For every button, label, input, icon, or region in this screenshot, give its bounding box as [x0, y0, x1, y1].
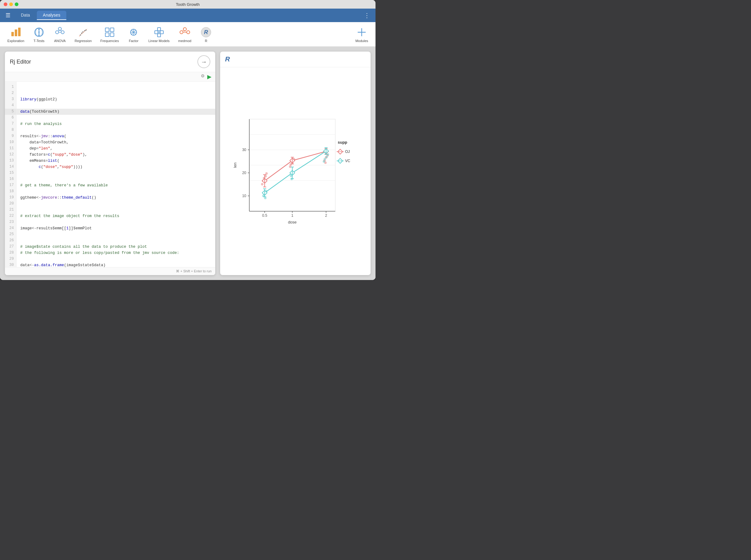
- toolbar-exploration[interactable]: Exploration: [3, 24, 28, 44]
- fullscreen-button[interactable]: [15, 2, 18, 6]
- r-label: R: [205, 39, 207, 43]
- ln-19: 19: [5, 195, 16, 201]
- svg-text:20: 20: [242, 171, 246, 175]
- ln-15: 15: [5, 170, 16, 176]
- code-line-15: [17, 170, 215, 176]
- ln-20: 20: [5, 201, 16, 207]
- ln-14: 14: [5, 164, 16, 170]
- ln-9: 9: [5, 133, 16, 139]
- code-line-1: [17, 84, 215, 90]
- ln-29: 29: [5, 256, 16, 262]
- plot-panel: R: [220, 52, 371, 275]
- code-line-6: [17, 115, 215, 121]
- modules-icon: [356, 26, 368, 38]
- svg-rect-2: [18, 28, 21, 36]
- ln-27: 27: [5, 244, 16, 250]
- close-button[interactable]: [4, 2, 7, 6]
- ln-17: 17: [5, 182, 16, 188]
- code-line-14: c("dose", "supp")))): [17, 164, 215, 170]
- ln-26: 26: [5, 238, 16, 244]
- code-line-16: [17, 176, 215, 182]
- toolbar-modules[interactable]: Modules: [351, 24, 372, 44]
- factor-icon: [127, 26, 140, 38]
- ln-30: 30: [5, 262, 16, 267]
- svg-rect-21: [105, 33, 109, 37]
- navbar: ☰ Data Analyses ⋮: [0, 8, 376, 22]
- toolbar-frequencies[interactable]: Frequencies: [96, 24, 123, 44]
- run-button[interactable]: →: [198, 55, 210, 68]
- toolbar-medmod[interactable]: medmod: [174, 24, 196, 44]
- code-line-23: [17, 219, 215, 225]
- linear-models-label: Linear Models: [148, 39, 169, 43]
- code-line-19: ggtheme <- jmvcore::theme_default(): [17, 195, 215, 201]
- svg-rect-30: [158, 28, 161, 31]
- ln-5: 5: [5, 109, 16, 115]
- svg-point-8: [61, 31, 64, 34]
- code-line-5: data(ToothGrowth): [17, 109, 215, 115]
- legend-oj: OJ: [345, 149, 350, 154]
- code-area[interactable]: 1 2 3 4 5 6 7 8 9 10 11 12 13 14: [5, 82, 215, 267]
- code-line-24: image <- results$emm[[1]]$emmPlot: [17, 225, 215, 232]
- svg-point-36: [183, 28, 186, 31]
- svg-point-9: [58, 27, 61, 31]
- settings-icon[interactable]: ⚙: [201, 73, 205, 80]
- editor-header: Rj Editor →: [5, 52, 215, 72]
- ln-12: 12: [5, 152, 16, 158]
- svg-point-16: [82, 31, 83, 33]
- ttests-label: T-Tests: [34, 39, 44, 43]
- toolbar-ttests[interactable]: T-Tests: [28, 24, 49, 44]
- r-icon: R: [200, 26, 212, 38]
- code-line-27: # image$state contains all the data to p…: [17, 244, 215, 250]
- toolbar-linear-models[interactable]: Linear Models: [144, 24, 174, 44]
- toolbar-r[interactable]: R R: [196, 24, 217, 44]
- code-line-13: emMeans = list(: [17, 158, 215, 164]
- modules-label: Modules: [355, 39, 368, 43]
- toolbar: Exploration T-Tests: [0, 22, 376, 47]
- code-line-2: [17, 90, 215, 96]
- factor-label: Factor: [129, 39, 139, 43]
- run-icon[interactable]: ▶: [207, 73, 211, 80]
- minimize-button[interactable]: [9, 2, 13, 6]
- more-options[interactable]: ⋮: [361, 10, 373, 21]
- svg-point-18: [85, 29, 86, 31]
- svg-point-65: [265, 172, 268, 175]
- hamburger-menu[interactable]: ☰: [2, 10, 14, 21]
- exploration-label: Exploration: [7, 39, 24, 43]
- nav-tabs: Data Analyses: [15, 11, 66, 20]
- main-content: Rj Editor → ⚙ ▶ 1 2 3 4 5 6 7: [0, 47, 376, 280]
- tab-analyses[interactable]: Analyses: [37, 11, 67, 20]
- editor-body: ⚙ ▶ 1 2 3 4 5 6 7 8 9 10 11: [5, 72, 215, 275]
- anova-icon: [54, 26, 66, 38]
- svg-rect-29: [160, 31, 163, 34]
- svg-point-14: [80, 34, 81, 36]
- titlebar: Tooth Growth: [0, 0, 376, 8]
- code-line-4: [17, 103, 215, 109]
- code-line-3: library(ggplot2): [17, 96, 215, 103]
- svg-point-85: [323, 160, 325, 163]
- ln-16: 16: [5, 176, 16, 182]
- window-title: Tooth Growth: [176, 2, 200, 7]
- exploration-icon: [10, 26, 22, 38]
- toolbar-anova[interactable]: ANOVA: [49, 24, 70, 44]
- svg-point-83: [325, 156, 328, 158]
- editor-panel: Rj Editor → ⚙ ▶ 1 2 3 4 5 6 7: [5, 52, 215, 275]
- editor-title: Rj Editor: [10, 59, 31, 65]
- plot-r-label: R: [225, 55, 230, 63]
- toolbar-factor[interactable]: Factor: [123, 24, 144, 44]
- legend-vc: VC: [345, 159, 350, 163]
- svg-point-82: [324, 158, 326, 160]
- medmod-label: medmod: [178, 39, 191, 43]
- regression-icon: [77, 26, 89, 38]
- svg-point-17: [84, 30, 85, 31]
- code-line-26: [17, 238, 215, 244]
- toolbar-regression[interactable]: Regression: [70, 24, 96, 44]
- svg-text:0.5: 0.5: [262, 213, 267, 218]
- ln-28: 28: [5, 250, 16, 256]
- ln-2: 2: [5, 90, 16, 96]
- code-line-17: # get a theme, there's a few available: [17, 182, 215, 188]
- svg-text:1: 1: [291, 213, 293, 218]
- x-axis-label: dose: [288, 220, 297, 224]
- line-numbers: 1 2 3 4 5 6 7 8 9 10 11 12 13 14: [5, 82, 17, 267]
- tab-data[interactable]: Data: [15, 11, 36, 20]
- chart-svg: 0.5 1 2 10 20 30: [231, 113, 360, 229]
